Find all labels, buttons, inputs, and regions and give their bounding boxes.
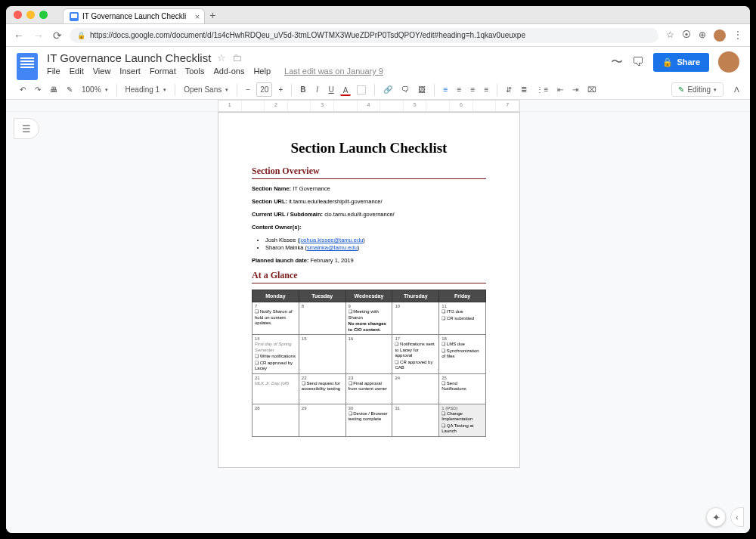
docs-header: IT Governance Launch Checklist ☆ 🗀 File … [6,47,750,80]
move-folder-icon[interactable]: 🗀 [232,52,242,64]
menu-file[interactable]: File [47,67,60,76]
calendar-cell: 24 [392,373,439,404]
calendar-cell: 9Meeting with SharonNo more changes to C… [345,302,392,335]
calendar-table: MondayTuesdayWednesdayThursdayFriday 7No… [252,290,486,437]
activity-icon[interactable]: 〜 [611,54,623,70]
italic-button[interactable]: I [312,83,323,96]
decrease-indent-button[interactable]: ⇤ [554,83,566,96]
calendar-cell: 22Send request for accessibility testing [299,373,345,404]
side-panel-toggle[interactable]: ‹ [730,507,744,527]
calendar-cell: 10 [392,302,439,335]
share-button[interactable]: 🔒Share [653,53,709,72]
maximize-window-button[interactable] [39,11,48,19]
doc-title-heading: Section Launch Checklist [252,140,486,156]
highlight-color-button[interactable] [354,83,369,97]
font-select[interactable]: Open Sans [181,84,231,95]
calendar-header: Thursday [392,290,439,302]
bold-button[interactable]: B [297,83,308,96]
comments-icon[interactable]: 🗨 [632,55,644,69]
calendar-cell: 1 (PSD)Change ImplementationQA Testing a… [439,404,486,436]
calendar-cell: 16 [345,335,392,374]
extension-icon[interactable]: ⦿ [682,29,691,42]
new-tab-button[interactable]: + [209,9,215,21]
browser-urlbar: ← → ⟳ 🔒 https://docs.google.com/document… [6,24,750,47]
menu-tools[interactable]: Tools [185,67,205,76]
browser-tab[interactable]: IT Governance Launch Checkli × [63,8,205,23]
outline-toggle-button[interactable]: ☰ [14,118,39,139]
increase-indent-button[interactable]: ⇥ [569,83,581,96]
collapse-toolbar-button[interactable]: ᐱ [734,85,739,94]
profile-avatar-icon[interactable] [714,29,726,42]
menu-edit[interactable]: Edit [70,67,84,76]
calendar-cell: 14First day of Spring SemesterWrite noti… [253,335,299,374]
align-center-button[interactable]: ≡ [454,83,464,96]
fontsize-input[interactable]: 20 [256,82,272,97]
menu-format[interactable]: Format [150,67,176,76]
close-window-button[interactable] [14,11,22,19]
owner-item: Josh Kissee (joshua.kissee@tamu.edu) [265,237,486,243]
calendar-cell: 11ITG dueCR submitted [439,302,486,335]
fontsize-decrease[interactable]: − [243,83,253,96]
browser-menu-icon[interactable]: ⋮ [733,29,742,42]
calendar-cell: 15 [299,335,345,374]
underline-button[interactable]: U [326,83,337,96]
owner-item: Sharon Mainka (smainka@tamu.edu) [265,244,486,251]
insert-link-button[interactable]: 🔗 [380,83,395,96]
menu-help[interactable]: Help [253,67,271,76]
calendar-cell: 7Notify Sharon of hold on content update… [253,302,299,335]
calendar-cell: 29 [299,404,345,436]
menu-addons[interactable]: Add-ons [213,67,244,76]
extension-icon[interactable]: ⊕ [699,29,706,42]
calendar-cell: 8 [299,302,345,335]
menu-insert[interactable]: Insert [119,67,141,76]
calendar-header: Wednesday [345,290,392,302]
calendar-header: Tuesday [299,290,345,302]
close-tab-icon[interactable]: × [195,12,200,21]
owners-list: Josh Kissee (joshua.kissee@tamu.edu)Shar… [265,237,486,251]
line-spacing-button[interactable]: ⇵ [503,83,515,96]
align-right-button[interactable]: ≡ [467,83,478,96]
style-select[interactable]: Heading 1 [122,84,170,95]
menu-view[interactable]: View [93,67,111,76]
calendar-cell: 28 [253,404,299,436]
lock-icon: 🔒 [77,32,85,39]
bookmark-star-icon[interactable]: ☆ [666,29,674,42]
url-text: https://docs.google.com/document/d/1s4cH… [90,31,525,39]
print-button[interactable]: 🖶 [47,83,60,96]
explore-button[interactable]: ✦ [706,507,726,527]
star-icon[interactable]: ☆ [217,52,226,64]
fontsize-increase[interactable]: + [275,83,286,96]
last-edit-link[interactable]: Last edit was on January 9 [284,67,383,76]
text-color-button[interactable]: A [340,84,352,96]
zoom-select[interactable]: 100% [79,84,111,95]
insert-comment-button[interactable]: 🗨 [398,83,412,96]
calendar-header: Friday [439,290,486,302]
back-button[interactable]: ← [14,29,24,42]
undo-button[interactable]: ↶ [17,83,29,96]
calendar-header: Monday [253,290,299,302]
calendar-cell: 30Device / Browser testing complete [345,404,392,436]
google-docs-logo-icon[interactable] [17,53,38,80]
account-avatar[interactable] [718,51,739,73]
calendar-cell: 17Notifications sent to Lacey for approv… [392,335,439,374]
calendar-cell: 18LMS dueSynchronization of files [439,335,486,374]
clear-formatting-button[interactable]: ⌧ [584,83,600,96]
align-left-button[interactable]: ≡ [440,83,451,96]
document-title[interactable]: IT Governance Launch Checklist [47,51,211,64]
ruler[interactable]: 1234567 [6,100,750,112]
mode-select[interactable]: ✎Editing▾ [671,82,723,97]
forward-button[interactable]: → [33,29,44,42]
menubar: File Edit View Insert Format Tools Add-o… [47,67,611,76]
reload-button[interactable]: ⟳ [53,29,62,42]
numbered-list-button[interactable]: ≣ [518,83,530,96]
insert-image-button[interactable]: 🖼 [415,83,429,96]
minimize-window-button[interactable] [26,11,35,19]
docs-favicon-icon [70,12,79,21]
calendar-cell: 21MLK Jr. Day (off) [253,373,299,404]
redo-button[interactable]: ↷ [32,83,44,96]
address-bar[interactable]: 🔒 https://docs.google.com/document/d/1s4… [70,28,658,43]
bulleted-list-button[interactable]: ⋮≡ [533,83,551,96]
align-justify-button[interactable]: ≡ [481,83,491,96]
document-page[interactable]: Section Launch Checklist Section Overvie… [218,112,520,468]
paint-format-button[interactable]: ✎ [64,83,76,96]
